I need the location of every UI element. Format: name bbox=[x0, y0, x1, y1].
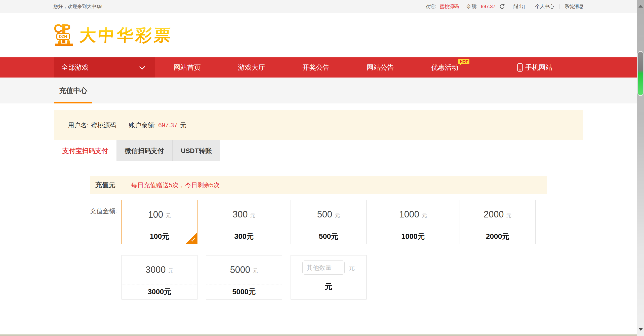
amount-value: 100元 bbox=[122, 200, 197, 229]
account-balance-label: 账户余额: bbox=[129, 121, 156, 129]
all-games-label: 全部游戏 bbox=[61, 63, 89, 72]
greeting-text: 您好，欢迎来到大中华! bbox=[53, 3, 102, 10]
scroll-up-icon[interactable] bbox=[638, 3, 643, 8]
page-tab-strip: 充值中心 bbox=[0, 78, 644, 103]
amount-card-100[interactable]: 100元100元✓ bbox=[122, 200, 197, 244]
account-info-bar: 用户名: 蜜桃源码 账户余额: 697.37 元 bbox=[54, 110, 583, 140]
amount-section: 充值金额: 100元100元✓300元300元500元500元1000元1000… bbox=[90, 200, 547, 311]
nav-item-game-hall[interactable]: 游戏大厅 bbox=[219, 57, 284, 78]
custom-amount-card[interactable]: 元元 bbox=[291, 255, 367, 300]
nav-items: 网站首页游戏大厅开奖公告网站公告优惠活动HOT手机网站 bbox=[155, 57, 578, 78]
custom-unit-label: 元 bbox=[349, 264, 355, 272]
topbar: 您好，欢迎来到大中华! 欢迎: 蜜桃源码 余额: 697.37 [退出] 个人中… bbox=[0, 0, 644, 13]
active-tab-underline bbox=[54, 102, 92, 103]
payment-tab-alipay[interactable]: 支付宝扫码支付 bbox=[54, 140, 116, 161]
scrollbar-thumb[interactable] bbox=[638, 52, 643, 95]
recharge-section-title: 充值元 bbox=[95, 180, 115, 190]
amount-value: 3000元 bbox=[122, 255, 197, 284]
lottery-trophy-icon: CP DZH bbox=[53, 22, 76, 49]
all-games-dropdown[interactable]: 全部游戏 bbox=[54, 57, 155, 78]
payment-tab-usdt[interactable]: USDT转账 bbox=[173, 140, 220, 161]
amount-caption: 3000元 bbox=[122, 284, 197, 299]
logout-link[interactable]: [退出] bbox=[512, 3, 525, 10]
page-title: 充值中心 bbox=[59, 86, 87, 95]
divider bbox=[530, 4, 530, 9]
bottom-edge-strip bbox=[0, 334, 644, 336]
amount-value: 5000元 bbox=[206, 255, 282, 284]
nav-item-draw-results[interactable]: 开奖公告 bbox=[284, 57, 348, 78]
refresh-balance-icon[interactable] bbox=[499, 4, 505, 9]
nav-item-label: 游戏大厅 bbox=[238, 63, 265, 72]
nav-item-label: 手机网站 bbox=[525, 63, 552, 72]
scroll-down-icon[interactable] bbox=[638, 328, 643, 333]
site-logo[interactable]: CP DZH 大中华彩票 bbox=[53, 22, 173, 49]
amount-caption: 2000元 bbox=[460, 229, 535, 244]
nav-item-label: 优惠活动 bbox=[431, 63, 458, 72]
amount-caption: 5000元 bbox=[206, 284, 282, 299]
system-messages-link[interactable]: 系统消息 bbox=[565, 3, 584, 10]
account-balance-value: 697.37 bbox=[158, 122, 177, 129]
recharge-notice-bar: 充值元 每日充值赠送5次，今日剩余5次 bbox=[90, 176, 547, 194]
amount-card-2000[interactable]: 2000元2000元 bbox=[460, 200, 536, 244]
balance-label: 余额: bbox=[466, 3, 477, 10]
main-content: 用户名: 蜜桃源码 账户余额: 697.37 元 支付宝扫码支付微信扫码支付US… bbox=[54, 110, 583, 336]
balance-value: 697.37 bbox=[481, 4, 495, 9]
amount-label: 充值金额: bbox=[90, 200, 122, 311]
site-name: 大中华彩票 bbox=[79, 24, 173, 47]
amount-value: 1000元 bbox=[375, 200, 451, 229]
amount-caption: 300元 bbox=[206, 229, 282, 244]
payment-tabs: 支付宝扫码支付微信扫码支付USDT转账 bbox=[54, 140, 583, 161]
custom-caption: 元 bbox=[291, 282, 366, 292]
welcome-label: 欢迎: bbox=[425, 3, 436, 10]
recharge-panel: 充值元 每日充值赠送5次，今日剩余5次 充值金额: 100元100元✓300元3… bbox=[54, 161, 583, 336]
site-header: CP DZH 大中华彩票 bbox=[0, 13, 644, 57]
nav-item-label: 开奖公告 bbox=[302, 63, 330, 72]
amount-value: 500元 bbox=[291, 200, 366, 229]
nav-item-promotions[interactable]: 优惠活动HOT bbox=[413, 57, 477, 78]
currency-label: 元 bbox=[180, 121, 186, 129]
svg-text:DZH: DZH bbox=[59, 34, 67, 39]
username-link[interactable]: 蜜桃源码 bbox=[440, 3, 459, 10]
personal-center-link[interactable]: 个人中心 bbox=[535, 3, 554, 10]
phone-icon bbox=[517, 63, 523, 72]
nav-item-label: 网站公告 bbox=[367, 63, 394, 72]
nav-item-home[interactable]: 网站首页 bbox=[155, 57, 219, 78]
vertical-scrollbar[interactable] bbox=[637, 0, 644, 336]
amount-options: 100元100元✓300元300元500元500元1000元1000元2000元… bbox=[122, 200, 547, 311]
amount-card-500[interactable]: 500元500元 bbox=[291, 200, 367, 244]
username-label: 用户名: bbox=[68, 121, 89, 129]
payment-tab-wechat[interactable]: 微信扫码支付 bbox=[116, 140, 173, 161]
amount-value: 300元 bbox=[206, 200, 282, 229]
chevron-down-icon bbox=[139, 64, 145, 70]
amount-card-5000[interactable]: 5000元5000元 bbox=[206, 255, 282, 300]
amount-card-1000[interactable]: 1000元1000元 bbox=[375, 200, 451, 244]
amount-value: 2000元 bbox=[460, 200, 535, 229]
amount-card-300[interactable]: 300元300元 bbox=[206, 200, 282, 244]
amount-caption: 1000元 bbox=[375, 229, 451, 244]
nav-item-site-notice[interactable]: 网站公告 bbox=[348, 57, 413, 78]
main-nav: 全部游戏 网站首页游戏大厅开奖公告网站公告优惠活动HOT手机网站 bbox=[0, 57, 644, 78]
topbar-links: 欢迎: 蜜桃源码 余额: 697.37 [退出] 个人中心 系统消息 bbox=[425, 3, 584, 10]
check-icon: ✓ bbox=[191, 236, 196, 244]
divider bbox=[559, 4, 559, 9]
nav-item-mobile-site[interactable]: 手机网站 bbox=[492, 57, 578, 78]
custom-amount-input[interactable] bbox=[302, 260, 345, 275]
amount-caption: 500元 bbox=[291, 229, 366, 244]
nav-item-label: 网站首页 bbox=[174, 63, 201, 72]
username-value: 蜜桃源码 bbox=[91, 121, 116, 129]
recharge-notice-text: 每日充值赠送5次，今日剩余5次 bbox=[131, 181, 220, 189]
hot-badge: HOT bbox=[458, 59, 469, 64]
amount-card-3000[interactable]: 3000元3000元 bbox=[122, 255, 197, 300]
